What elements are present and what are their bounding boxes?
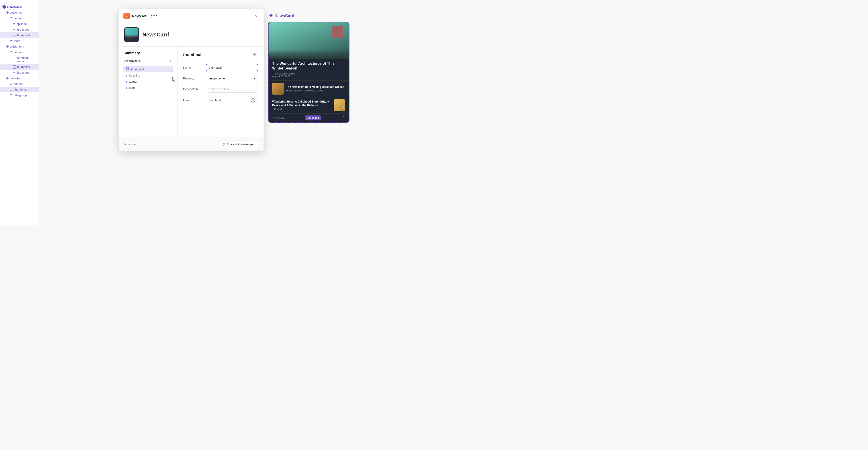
layer-select[interactable]: thumbnail — [206, 96, 258, 104]
sidebar-item-content[interactable]: content — [0, 16, 39, 21]
comp-thumb-image — [125, 28, 138, 35]
diamond-icon — [2, 4, 6, 9]
card-2-text: Wondering Hour: A Childhood Story, Grizz… — [272, 100, 331, 110]
sidebar-item-hero-item[interactable]: hero-item — [0, 75, 39, 81]
card-1-image — [272, 83, 284, 94]
diamond-icon — [6, 11, 9, 14]
sidebar-item-label: thumbnail — [17, 33, 30, 37]
card-2-headline: Wondering Hour: A Childhood Story, Grizz… — [272, 100, 331, 107]
sidebar-item-label: content — [14, 51, 24, 54]
share-button[interactable]: ⬡ Share with developer — [219, 141, 258, 148]
resize-handle-br[interactable] — [347, 56, 349, 59]
params-header: Parameters + — [123, 59, 173, 63]
main-content: 🔥 Relay for Figma × NewsCard ⋮ Summa — [39, 0, 434, 225]
sidebar: NewsCard audio-item content episode titl… — [0, 0, 39, 225]
lines-icon — [13, 29, 15, 31]
sidebar-item-article-item[interactable]: article-item — [0, 44, 39, 49]
description-placeholder: Add description — [209, 87, 229, 91]
card-1-date: November 10, 2021 — [303, 89, 323, 92]
sidebar-item-label: hero-item — [10, 77, 22, 80]
card-1-meta: Morning Break November 10, 2021 — [286, 89, 344, 92]
grid-icon — [13, 23, 15, 24]
lines-icon — [10, 18, 12, 19]
svg-rect-0 — [270, 14, 273, 17]
sidebar-item-thumbnail-2[interactable]: thumbnail — [0, 64, 39, 70]
param-item-thumbnail[interactable]: thumbnail — [123, 66, 173, 73]
sidebar-item-audio-item[interactable]: audio-item — [0, 10, 39, 16]
sidebar-item-label: content — [14, 82, 24, 86]
image-icon — [13, 65, 16, 68]
modal-app-header: 🔥 Relay for Figma × — [119, 9, 264, 23]
sidebar-item-episode[interactable]: episode — [0, 21, 39, 27]
param-item-headline[interactable]: T headline — [123, 73, 173, 79]
delete-parameter-button[interactable]: 🗑 — [251, 51, 258, 58]
comp-thumb-line-short — [125, 37, 133, 38]
sidebar-item-title-group-3[interactable]: title-group — [0, 92, 39, 98]
sidebar-item-label: episode — [17, 22, 27, 26]
newscard-preview: The Wonderful Architectures of This Wint… — [268, 22, 349, 123]
sidebar-item-label: audio-item — [10, 11, 24, 14]
param-label: headline — [129, 74, 140, 77]
card-1-source: Morning Break — [286, 89, 301, 92]
preview-more-button[interactable]: ⋮ — [342, 116, 345, 120]
property-select[interactable]: image-content ▾ — [206, 75, 258, 82]
diamond-icon — [6, 45, 9, 48]
modal-body: Summary Parameters + thumbnail T headlin — [119, 47, 264, 137]
hero-text-section: The Wonderful Architectures of This Wint… — [269, 59, 349, 80]
description-input[interactable]: Add description — [206, 86, 258, 92]
property-value: image-content — [209, 77, 227, 80]
modal-close-button[interactable]: × — [253, 13, 259, 19]
building-window — [332, 26, 343, 38]
preview-title: NewsCard — [268, 13, 349, 18]
layer-field-row: Layer thumbnail — [183, 96, 258, 104]
more-options-button[interactable]: ⋮ — [250, 31, 258, 38]
description-field-row: Description Add description — [183, 86, 258, 92]
modal-right-panel: thumbnail 🗑 Name Property image-content … — [178, 47, 264, 137]
sidebar-root-newscard[interactable]: NewsCard — [0, 4, 39, 10]
param-label: thumbnail — [131, 68, 144, 71]
modal-app-title: Relay for Figma — [132, 14, 158, 18]
param-text-icon: T — [126, 74, 127, 77]
component-header-left: NewsCard — [124, 27, 169, 42]
param-item-date[interactable]: T date — [123, 85, 173, 91]
resize-handle-bl[interactable] — [269, 56, 271, 59]
card-1: The New Method to Making Breakfast Crepe… — [269, 80, 349, 97]
add-parameter-button[interactable]: + — [168, 59, 173, 63]
card-2-image — [334, 100, 345, 111]
card-2-source: The Bees — [272, 108, 331, 110]
hero-source: The Seasonal Sagas — [272, 72, 345, 75]
modal-header-left: 🔥 Relay for Figma — [123, 13, 158, 19]
name-label: Name — [183, 66, 206, 69]
hero-section: The Wonderful Architectures of This Wint… — [269, 22, 349, 80]
lines-icon — [10, 51, 12, 53]
sidebar-item-label: title-group — [14, 93, 27, 97]
sidebar-item-content-2[interactable]: content — [0, 49, 39, 55]
sidebar-item-thumbnail-frame[interactable]: thumbnail-frame — [0, 55, 39, 64]
grid-icon — [10, 40, 12, 41]
param-detail-title: thumbnail — [183, 53, 203, 57]
parameters-label: Parameters — [123, 59, 141, 63]
sidebar-item-title-group-2[interactable]: title-group — [0, 70, 39, 75]
modal-left-panel: Summary Parameters + thumbnail T headlin — [119, 47, 178, 137]
layer-label: Layer — [183, 99, 206, 102]
summary-title: Summary — [123, 51, 173, 55]
param-item-author[interactable]: T author — [123, 79, 173, 85]
component-name: NewsCard — [143, 31, 169, 38]
target-icon[interactable] — [251, 98, 255, 103]
name-input[interactable] — [206, 64, 258, 71]
card-2: Wondering Hour: A Childhood Story, Grizz… — [269, 97, 349, 113]
sidebar-item-thumbnail-3[interactable]: thumbnail — [0, 87, 39, 92]
relay-icon-symbol: 🔥 — [125, 14, 129, 18]
sidebar-item-label: title-group — [17, 28, 30, 31]
sidebar-item-content-3[interactable]: content — [0, 81, 39, 87]
size-badge: 329 × 480 — [305, 115, 321, 120]
property-field-row: Property image-content ▾ — [183, 75, 258, 82]
lines-icon — [10, 83, 12, 85]
sidebar-item-title-group[interactable]: title-group — [0, 27, 39, 32]
chevron-down-icon: ▾ — [254, 77, 255, 80]
sidebar-item-meta[interactable]: meta — [0, 38, 39, 44]
relay-icon: 🔥 — [123, 13, 130, 19]
hero-date: August 25, 2021 — [272, 75, 345, 78]
sidebar-item-thumbnail-1[interactable]: thumbnail — [0, 32, 39, 38]
preview-title-text: NewsCard — [274, 13, 294, 18]
